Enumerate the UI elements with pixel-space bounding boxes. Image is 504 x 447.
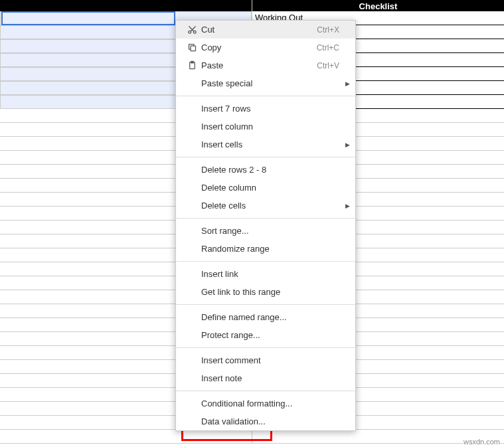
menu-label: Insert comment [201,355,339,365]
menu-label: Get link to this range [201,287,339,297]
menu-named-range[interactable]: Define named range... [176,308,355,326]
menu-label: Insert column [201,122,339,132]
chevron-right-icon: ▶ [345,141,350,148]
menu-label: Delete column [201,183,339,193]
menu-label: Copy [201,43,317,52]
svg-rect-2 [191,46,196,51]
menu-randomize[interactable]: Randomize range [176,240,355,258]
menu-label: Protect range... [201,330,339,340]
svg-point-1 [193,31,196,33]
context-menu: Cut Ctrl+X Copy Ctrl+C Paste Ctrl+V Past… [175,20,356,431]
chevron-right-icon: ▶ [345,80,350,87]
menu-insert-link[interactable]: Insert link [176,265,355,283]
menu-label: Randomize range [201,244,339,254]
menu-label: Define named range... [201,312,339,322]
menu-shortcut: Ctrl+X [317,25,339,35]
cut-icon [183,25,201,35]
menu-conditional-formatting[interactable]: Conditional formatting... [176,395,355,412]
menu-label: Paste [201,60,317,70]
watermark: wsxdn.com [463,438,500,446]
menu-separator [176,157,355,157]
menu-delete-cells[interactable]: Delete cells ▶ [176,197,355,215]
menu-separator [176,304,355,305]
menu-shortcut: Ctrl+V [317,61,339,70]
menu-insert-rows[interactable]: Insert 7 rows [176,100,355,118]
menu-protect-range[interactable]: Protect range... [176,326,355,344]
menu-insert-comment[interactable]: Insert comment [176,351,355,369]
menu-label: Sort range... [201,226,339,236]
menu-separator [176,261,355,262]
paste-icon [183,60,201,70]
cell-empty[interactable] [0,430,252,444]
svg-point-0 [188,31,191,33]
menu-shortcut: Ctrl+C [317,43,339,52]
menu-insert-cells[interactable]: Insert cells ▶ [176,135,355,153]
menu-cut[interactable]: Cut Ctrl+X [176,21,355,39]
menu-paste[interactable]: Paste Ctrl+V [176,56,355,74]
menu-separator [176,391,355,391]
menu-label: Cut [201,25,317,35]
menu-data-validation[interactable]: Data validation... [176,412,355,430]
menu-label: Data validation... [201,416,339,426]
menu-sort-range[interactable]: Sort range... [176,222,355,240]
menu-separator [176,347,355,348]
menu-label: Conditional formatting... [201,399,339,408]
menu-delete-rows[interactable]: Delete rows 2 - 8 [176,161,355,179]
menu-insert-note[interactable]: Insert note [176,369,355,387]
menu-separator [176,96,355,96]
menu-delete-column[interactable]: Delete column [176,179,355,197]
menu-get-link[interactable]: Get link to this range [176,283,355,301]
menu-label: Paste special [201,78,339,88]
copy-icon [183,43,201,52]
header-checklist: Checklist [252,0,504,11]
menu-copy[interactable]: Copy Ctrl+C [176,39,355,56]
menu-separator [176,218,355,219]
menu-label: Insert 7 rows [201,104,339,114]
menu-insert-column[interactable]: Insert column [176,118,355,135]
menu-paste-special[interactable]: Paste special ▶ [176,74,355,92]
chevron-right-icon: ▶ [345,203,350,209]
menu-label: Delete cells [201,201,339,211]
menu-label: Insert note [201,373,339,383]
menu-label: Insert cells [201,139,339,149]
menu-label: Delete rows 2 - 8 [201,165,339,175]
header-left [0,0,252,11]
menu-label: Insert link [201,269,339,279]
